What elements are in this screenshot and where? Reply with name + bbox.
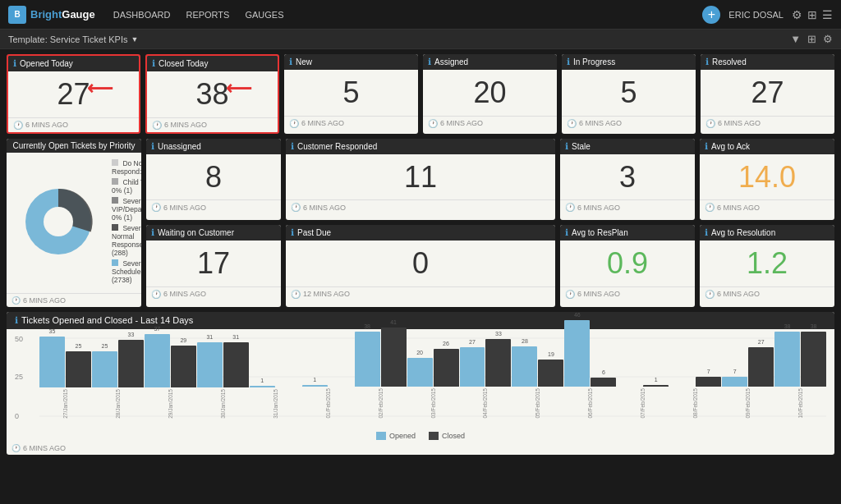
info-icon[interactable]: ℹ [428,57,431,67]
bar-date-label: 09/Feb/2015 [745,388,751,419]
bar-date-label: 04/Feb/2015 [482,388,488,419]
kpi-resolved-value: 27 [709,76,826,109]
kpi-past-due-footer: 🕐 12 MINS AGO [286,286,555,301]
clock-icon: 🕐 [11,444,21,452]
bar-opened: 31 [197,342,223,387]
bar-group: 46606/Feb/2015 [564,320,616,419]
bar-date-label: 10/Feb/2015 [797,388,803,419]
bar-opened: 25 [92,351,117,387]
kpi-in-progress-header: ℹ In Progress [562,54,696,70]
kpi-stale-header: ℹ Stale [560,139,695,154]
nav-dashboard[interactable]: DASHBOARD [112,10,172,20]
info-icon[interactable]: ℹ [15,315,18,326]
kpi-assigned-body: 20 [423,70,557,111]
bar-date-label: 08/Feb/2015 [692,388,698,419]
kpi-stale-label: Stale [572,142,591,151]
info-icon[interactable]: ℹ [291,227,294,238]
kpi-unassigned-label: Unassigned [158,142,201,151]
bar-group: 281905/Feb/2015 [512,346,563,419]
kpi-customer-responded-footer: 🕐 6 MINS AGO [286,199,555,214]
logo[interactable]: B BrightGauge [8,6,95,24]
kpi-closed-today-body: 38 ⟵ [147,71,278,112]
kpi-assigned-value: 20 [431,76,549,109]
bar-chart-legend: Opened Closed [15,432,826,440]
filter-icon[interactable]: ⚙ [792,8,802,21]
chevron-down-icon: ▼ [131,35,139,44]
info-icon[interactable]: ℹ [151,227,154,238]
kpi-avg-to-resolution-label: Avg to Resolution [711,228,775,237]
kpi-new-footer: 🕐 6 MINS AGO [284,116,418,131]
bar-chart-time: 6 MINS AGO [23,444,66,452]
info-icon[interactable]: ℹ [705,141,708,152]
kpi-assigned-footer: 🕐 6 MINS AGO [423,116,557,131]
clock-icon: 🕐 [291,203,301,212]
kpi-avg-to-ack-time: 6 MINS AGO [717,204,760,212]
pie-chart-title: Currently Open Tickets by Priority [13,141,136,150]
info-icon[interactable]: ℹ [152,58,155,69]
clock-icon: 🕐 [565,290,575,299]
info-icon[interactable]: ℹ [291,141,294,152]
clock-icon: 🕐 [152,121,162,130]
info-icon[interactable]: ℹ [289,57,292,67]
add-button[interactable]: + [702,6,720,24]
layout-icon[interactable]: ⊞ [807,33,816,45]
kpi-closed-today-footer: 🕐 6 MINS AGO [147,117,278,132]
info-icon[interactable]: ℹ [567,57,570,67]
kpi-resolved-header: ℹ Resolved [701,54,834,70]
legend-opened: Opened [376,432,416,440]
template-label-text: Template: Service Ticket KPIs [8,34,128,44]
pie-chart-time: 6 MINS AGO [23,296,66,305]
settings-icon[interactable]: ⚙ [823,33,833,45]
legend-item-1: Do Not Respond: 0% (1) [112,159,141,176]
kpi-stale-time: 6 MINS AGO [577,204,620,212]
kpi-avg-res-plan-header: ℹ Avg to ResPlan [560,225,695,241]
clock-icon: 🕐 [565,203,575,212]
kpi-in-progress: ℹ In Progress 5 🕐 6 MINS AGO [562,54,696,134]
nav-gauges[interactable]: GAUGES [243,10,285,20]
info-icon[interactable]: ℹ [13,58,16,69]
kpi-resolved: ℹ Resolved 27 🕐 6 MINS AGO [701,54,834,134]
bar-opened: 37 [145,334,170,387]
kpi-avg-to-resolution-header: ℹ Avg to Resolution [700,225,834,241]
kpi-customer-responded: ℹ Customer Responded 11 🕐 6 MINS AGO [286,139,555,221]
bar-closed: 1 [643,385,669,387]
legend-opened-color [376,432,386,440]
grid-icon[interactable]: ⊞ [807,8,817,21]
bar-opened: 46 [564,320,590,387]
nav-reports[interactable]: REPORTS [184,10,231,20]
kpi-opened-today-footer: 🕐 6 MINS AGO [8,117,139,132]
info-icon[interactable]: ℹ [565,141,568,152]
kpi-past-due: ℹ Past Due 0 🕐 12 MINS AGO [286,225,555,307]
bar-group: 384102/Feb/2015 [355,328,407,419]
kpi-avg-to-ack: ℹ Avg to Ack 14.0 🕐 6 MINS AGO [700,139,834,221]
kpi-new-header: ℹ New [284,54,418,70]
info-icon[interactable]: ℹ [151,141,154,152]
bar-closed: 7 [696,377,721,387]
bar-opened: 20 [407,358,433,387]
kpi-stale-footer: 🕐 6 MINS AGO [560,199,695,214]
bar-group: 253328/Jan/2015 [92,340,144,419]
info-icon[interactable]: ℹ [705,57,709,67]
kpi-stale-value: 3 [568,161,687,194]
kpi-new: ℹ New 5 🕐 6 MINS AGO [284,54,418,134]
kpi-new-time: 6 MINS AGO [301,119,344,127]
info-icon[interactable]: ℹ [705,227,708,238]
mid-row: ℹ Unassigned 8 🕐 6 MINS AGO ℹ Customer R… [7,139,834,307]
settings-icon[interactable]: ☰ [822,8,833,21]
kpi-past-due-value: 0 [294,247,547,280]
kpi-in-progress-time: 6 MINS AGO [579,119,622,127]
kpi-avg-res-plan-label: Avg to ResPlan [572,228,628,237]
kpi-in-progress-footer: 🕐 6 MINS AGO [562,116,696,131]
pie-chart-visual [13,176,103,269]
bar-group: 372929/Jan/2015 [145,334,196,419]
kpi-in-progress-body: 5 [562,70,696,111]
kpi-avg-res-plan-time: 6 MINS AGO [577,290,620,298]
clock-icon: 🕐 [567,119,577,128]
bar-closed: 6 [591,378,616,387]
template-selector[interactable]: Template: Service Ticket KPIs ▼ [8,34,138,44]
kpi-past-due-time: 12 MINS AGO [303,290,350,298]
pie-legend: Do Not Respond: 0% (1) Child Ticket: 0% … [112,159,141,286]
info-icon[interactable]: ℹ [565,227,568,238]
kpi-avg-to-ack-body: 14.0 [700,154,834,195]
filter-icon[interactable]: ▼ [790,33,801,45]
